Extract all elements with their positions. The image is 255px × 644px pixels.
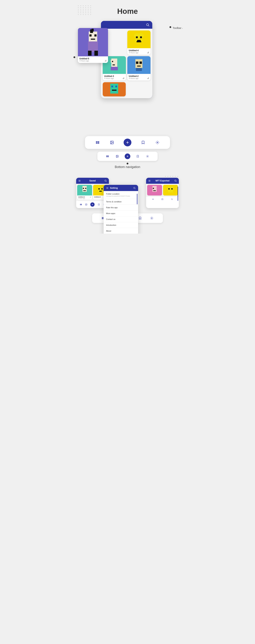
- hamburger-icon-setting[interactable]: [106, 187, 109, 189]
- svg-point-42: [157, 142, 158, 143]
- partial-card-row: [101, 82, 152, 98]
- mini-nft-info-teal: Untitled-3 4 Hours ago ⊿: [77, 196, 92, 200]
- nft-image-yellow: [127, 30, 151, 48]
- svg-rect-93: [102, 218, 103, 218]
- folder-location-path: /storage/emulated/0/DCIM/NFT/Folder: [106, 195, 136, 197]
- bookmark-icon-2[interactable]: ⊿: [147, 76, 149, 80]
- nft-info-2: Untitled-2 4 Hours ago ⊿: [127, 74, 151, 80]
- svg-point-48: [117, 156, 117, 156]
- svg-rect-94: [102, 218, 103, 219]
- nav-settings-icon[interactable]: [155, 140, 160, 145]
- nft-card-1[interactable]: [103, 82, 126, 96]
- saved-nav-menu[interactable]: [80, 204, 82, 206]
- setting-scroll-indicator: [137, 194, 137, 204]
- svg-rect-12: [113, 64, 115, 66]
- nav-bookmark-icon-sm[interactable]: [136, 154, 140, 158]
- nft-nav-bookmark[interactable]: [161, 198, 163, 200]
- svg-rect-64: [99, 191, 102, 192]
- hamburger-icon-saved[interactable]: [78, 180, 81, 182]
- mini-card-teal[interactable]: Untitled-3 4 Hours ago ⊿: [77, 185, 92, 200]
- saved-nav-bookmark[interactable]: [98, 204, 100, 206]
- nft-image-purple: [78, 28, 108, 56]
- setting-about[interactable]: About: [104, 228, 138, 234]
- nav-add-button-sm[interactable]: [125, 154, 130, 159]
- search-icon-nft[interactable]: [174, 180, 177, 182]
- nav-gallery-icon[interactable]: [109, 140, 115, 145]
- screens-nav-settings[interactable]: [150, 216, 154, 220]
- nav-menu-icon[interactable]: [95, 140, 100, 145]
- svg-rect-83: [168, 188, 170, 190]
- setting-title: Setting: [110, 186, 118, 189]
- mini-nft-image-pink: [147, 185, 162, 196]
- search-icon[interactable]: [146, 23, 149, 26]
- nft-time-3: 4 Hours ago: [104, 78, 114, 80]
- screens-row: Saved: [76, 178, 179, 208]
- setting-terms[interactable]: Terms & condition: [104, 199, 138, 205]
- svg-rect-8: [137, 41, 141, 42]
- bookmark-icon-3[interactable]: ⊿: [122, 76, 124, 80]
- contact-label: Contact us: [106, 218, 136, 220]
- saved-nav-gallery[interactable]: [85, 204, 87, 206]
- setting-more-apps[interactable]: More apps: [104, 210, 138, 216]
- svg-rect-67: [81, 204, 82, 204]
- nav-add-button[interactable]: [124, 138, 131, 146]
- nft-toolbar: NFT Exported: [146, 178, 179, 184]
- svg-line-92: [135, 188, 135, 189]
- mini-nft-time: 4 Hours ago: [78, 198, 85, 199]
- search-icon-setting[interactable]: [133, 187, 136, 189]
- nav-menu-icon-sm[interactable]: [105, 154, 110, 158]
- nav-gallery-icon-sm[interactable]: [115, 154, 119, 158]
- svg-rect-7: [137, 40, 141, 41]
- setting-contact[interactable]: Contact us: [104, 216, 138, 222]
- svg-rect-46: [108, 156, 109, 157]
- nft-name-3: Untitled-3: [104, 75, 114, 78]
- nft-exported-title: NFT Exported: [156, 180, 170, 182]
- nft-info-5: Untitled-5 4 Hours ago ⊿: [78, 56, 108, 63]
- setting-folder-location[interactable]: Folder Location /storage/emulated/0/DCIM…: [104, 191, 138, 199]
- setting-rate[interactable]: Rate this app: [104, 205, 138, 210]
- nft-nav-add[interactable]: [152, 198, 154, 200]
- svg-point-39: [111, 142, 112, 142]
- svg-rect-43: [106, 156, 107, 156]
- bookmark-icon-4[interactable]: ⊿: [147, 51, 149, 54]
- svg-rect-27: [92, 29, 94, 32]
- search-icon-saved[interactable]: [104, 180, 107, 182]
- mini-bookmark-icon[interactable]: ⊿: [90, 196, 91, 199]
- mini-nft-card-pink[interactable]: [147, 185, 162, 196]
- setting-introduction[interactable]: Introduction: [104, 222, 138, 228]
- nft-info-3: Untitled-3 4 Hours ago ⊿: [103, 74, 126, 80]
- nav-settings-icon-sm[interactable]: [145, 154, 150, 158]
- saved-nav-add[interactable]: [90, 202, 95, 207]
- svg-rect-45: [108, 156, 109, 156]
- toolbar-label-text: Toolbar & Title: [173, 26, 182, 30]
- scroll-indicator-nft: [178, 186, 178, 201]
- svg-rect-13: [111, 67, 118, 70]
- hamburger-icon-nft[interactable]: [148, 180, 151, 182]
- nft-card-4[interactable]: Untitled-4 4 Hours ago ⊿: [127, 30, 151, 55]
- mini-nft-card-yellow2[interactable]: [163, 185, 178, 196]
- bottom-nav-label-dot: [127, 163, 128, 164]
- svg-rect-68: [81, 205, 82, 205]
- terms-label: Terms & condition: [106, 200, 136, 203]
- svg-rect-66: [80, 205, 81, 205]
- mini-nft-name: Untitled-3: [78, 196, 85, 198]
- app-toolbar: [101, 21, 152, 29]
- nft-card-2[interactable]: Untitled-2 4 Hours ago ⊿: [127, 56, 151, 80]
- bookmark-icon-5[interactable]: ⊿: [104, 59, 107, 62]
- toolbar-label-dot: [170, 26, 171, 28]
- grid-label-container: ProjectGrid: [73, 56, 75, 63]
- app-frame: Untitled-4 4 Hours ago ⊿: [101, 21, 152, 98]
- nft-card-5-large[interactable]: Untitled-5 4 Hours ago ⊿: [78, 28, 108, 63]
- home-section: Home Toolbar & Title ProjectGrid: [73, 0, 182, 131]
- svg-rect-21: [115, 86, 117, 87]
- bottom-nav-bar-small: [97, 152, 158, 161]
- mini-nft-name-yellow: Untitled-4: [94, 196, 101, 198]
- nft-nav-settings[interactable]: [171, 198, 173, 200]
- svg-rect-58: [83, 188, 84, 189]
- nav-bookmark-icon[interactable]: [140, 140, 146, 145]
- svg-point-70: [86, 204, 86, 204]
- svg-rect-15: [136, 62, 138, 64]
- svg-rect-36: [98, 142, 99, 142]
- svg-line-56: [106, 181, 107, 182]
- screens-nav-bookmark[interactable]: [138, 216, 142, 220]
